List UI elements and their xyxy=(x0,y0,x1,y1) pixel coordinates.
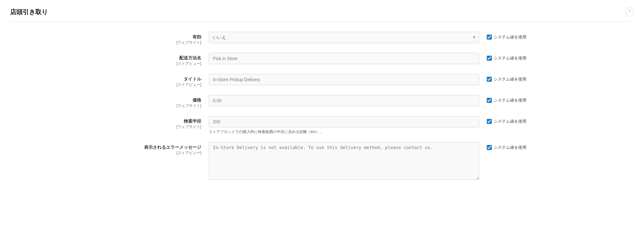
label-sub-price: [ウェブサイト] xyxy=(102,103,201,108)
label-sub-enabled: [ウェブサイト] xyxy=(102,40,201,45)
use-system-checkbox-title[interactable] xyxy=(487,77,492,82)
use-system-checkbox-search-radius[interactable] xyxy=(487,119,492,124)
checkbox-col-enabled: システム値を使用 xyxy=(479,32,542,40)
use-system-text-enabled: システム値を使用 xyxy=(494,34,526,40)
checkbox-col-method-name: システム値を使用 xyxy=(479,53,542,61)
use-system-label-search-radius[interactable]: システム値を使用 xyxy=(487,119,526,124)
label-sub-error-message: [ストアビュー] xyxy=(102,150,201,156)
select-enabled[interactable]: いいえ はい xyxy=(209,32,479,43)
input-price[interactable] xyxy=(209,95,479,106)
use-system-checkbox-enabled[interactable] xyxy=(487,35,492,40)
use-system-text-title: システム値を使用 xyxy=(494,76,526,82)
input-method-name[interactable] xyxy=(209,53,479,64)
control-method-name xyxy=(209,53,479,64)
label-search-radius: 検索半径 [ウェブサイト] xyxy=(102,116,209,130)
use-system-text-error-message: システム値を使用 xyxy=(494,145,526,150)
use-system-checkbox-price[interactable] xyxy=(487,98,492,103)
label-enabled: 有効 [ウェブサイト] xyxy=(102,32,209,45)
checkbox-col-price: システム値を使用 xyxy=(479,95,542,103)
checkbox-col-title: システム値を使用 xyxy=(479,74,542,82)
input-search-radius[interactable] xyxy=(209,116,479,127)
collapse-button[interactable]: ⌃ xyxy=(625,8,634,16)
use-system-checkbox-method-name[interactable] xyxy=(487,56,492,61)
select-wrapper-enabled: いいえ はい ▼ xyxy=(209,32,479,43)
form-row-price: 価格 [ウェブサイト] システム値を使用 xyxy=(102,95,542,108)
label-main-enabled: 有効 xyxy=(102,34,201,40)
label-title: タイトル [ストアビュー] xyxy=(102,74,209,87)
use-system-text-price: システム値を使用 xyxy=(494,97,526,103)
form-row-search-radius: 検索半径 [ウェブサイト] ストアフロントでの購入時に検索範囲の半径に含める距離… xyxy=(102,116,542,135)
form-row-error-message: 表示されるエラーメッセージ [ストアビュー] システム値を使用 xyxy=(102,142,542,181)
use-system-label-error-message[interactable]: システム値を使用 xyxy=(487,145,526,150)
textarea-error-message[interactable] xyxy=(209,142,479,180)
control-price xyxy=(209,95,479,106)
label-main-search-radius: 検索半径 xyxy=(102,119,201,124)
helper-text-search-radius: ストアフロントでの購入時に検索範囲の半径に含める距離（km）。 xyxy=(209,129,479,135)
use-system-checkbox-error-message[interactable] xyxy=(487,145,492,150)
use-system-label-enabled[interactable]: システム値を使用 xyxy=(487,34,526,40)
use-system-label-price[interactable]: システム値を使用 xyxy=(487,97,526,103)
section-header: 店頭引き取り ⌃ xyxy=(10,8,634,22)
control-title xyxy=(209,74,479,85)
label-main-error-message: 表示されるエラーメッセージ xyxy=(102,145,201,150)
checkbox-col-search-radius: システム値を使用 xyxy=(479,116,542,124)
label-main-price: 価格 xyxy=(102,97,201,103)
form-area: 有効 [ウェブサイト] いいえ はい ▼ システム値を使用 xyxy=(102,32,542,181)
form-row-enabled: 有効 [ウェブサイト] いいえ はい ▼ システム値を使用 xyxy=(102,32,542,45)
label-sub-title: [ストアビュー] xyxy=(102,82,201,87)
label-sub-search-radius: [ウェブサイト] xyxy=(102,124,201,130)
section-title: 店頭引き取り xyxy=(10,8,48,16)
label-main-method-name: 配送方法名 xyxy=(102,55,201,61)
form-row-method-name: 配送方法名 [ストアビュー] システム値を使用 xyxy=(102,53,542,66)
collapse-icon: ⌃ xyxy=(628,10,631,14)
checkbox-col-error-message: システム値を使用 xyxy=(479,142,542,150)
use-system-text-method-name: システム値を使用 xyxy=(494,55,526,61)
label-error-message: 表示されるエラーメッセージ [ストアビュー] xyxy=(102,142,209,156)
use-system-label-title[interactable]: システム値を使用 xyxy=(487,76,526,82)
label-main-title: タイトル xyxy=(102,76,201,82)
label-price: 価格 [ウェブサイト] xyxy=(102,95,209,108)
form-row-title: タイトル [ストアビュー] システム値を使用 xyxy=(102,74,542,87)
page-container: 店頭引き取り ⌃ 有効 [ウェブサイト] いいえ はい ▼ xyxy=(0,0,644,239)
label-method-name: 配送方法名 [ストアビュー] xyxy=(102,53,209,66)
use-system-label-method-name[interactable]: システム値を使用 xyxy=(487,55,526,61)
use-system-text-search-radius: システム値を使用 xyxy=(494,119,526,124)
input-title[interactable] xyxy=(209,74,479,85)
control-enabled: いいえ はい ▼ xyxy=(209,32,479,43)
control-search-radius: ストアフロントでの購入時に検索範囲の半径に含める距離（km）。 xyxy=(209,116,479,135)
label-sub-method-name: [ストアビュー] xyxy=(102,61,201,66)
control-error-message xyxy=(209,142,479,181)
